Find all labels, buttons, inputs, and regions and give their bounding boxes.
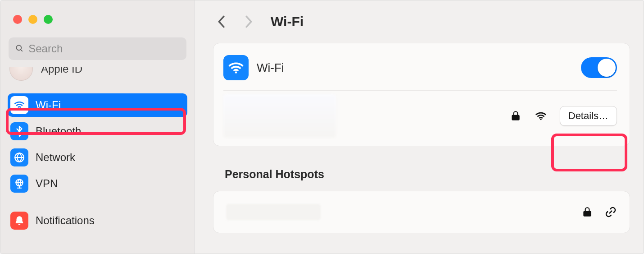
wifi-toggle[interactable] [581,57,617,78]
hotspot-link-icon [604,206,617,218]
hotspot-panel [213,191,630,233]
avatar [9,67,33,81]
sidebar-item-label: Network [36,151,75,164]
sidebar: Apple ID Wi-Fi Bluetooth Network [0,0,195,254]
personal-hotspots-heading: Personal Hotspots [225,168,630,181]
svg-point-6 [540,119,541,120]
settings-window: Apple ID Wi-Fi Bluetooth Network [0,0,644,254]
details-button[interactable]: Details… [560,106,617,126]
lock-icon [509,110,522,122]
search-input[interactable] [28,42,180,55]
highlight-details-button [551,134,627,171]
sidebar-item-label: Notifications [36,214,95,227]
svg-point-0 [16,45,21,50]
bell-icon [10,212,28,230]
page-title: Wi-Fi [271,14,304,29]
globe-icon [10,148,28,166]
bluetooth-icon [10,122,28,140]
window-controls [7,9,188,24]
sidebar-item-vpn[interactable]: VPN [8,172,187,195]
main-content: Wi-Fi Wi-Fi Det [195,0,644,254]
sidebar-item-bluetooth[interactable]: Bluetooth [8,120,187,143]
sidebar-nav: Wi-Fi Bluetooth Network VPN [7,93,188,232]
nav-back-button[interactable] [215,15,227,28]
sidebar-item-label: Bluetooth [36,125,81,138]
wifi-icon [223,55,249,80]
sidebar-item-label: VPN [36,177,58,190]
sidebar-item-label: Wi-Fi [36,99,61,111]
svg-point-2 [19,108,20,109]
minimize-window-button[interactable] [28,15,37,24]
zoom-window-button[interactable] [44,15,53,24]
divider [223,90,617,91]
vpn-globe-icon [10,175,28,193]
wifi-icon [10,96,28,114]
apple-id-row[interactable]: Apple ID [9,67,186,81]
wifi-panel: Wi-Fi Details… [213,43,630,146]
wifi-signal-icon [535,110,547,122]
titlebar: Wi-Fi [213,14,630,29]
search-icon [15,44,24,54]
sidebar-item-notifications[interactable]: Notifications [8,209,187,232]
current-network-row[interactable]: Details… [223,98,617,134]
sidebar-item-network[interactable]: Network [8,146,187,169]
svg-line-1 [21,50,23,51]
nav-forward-button[interactable] [243,15,255,28]
sidebar-item-wifi[interactable]: Wi-Fi [8,93,187,117]
apple-id-label: Apple ID [41,67,82,75]
hotspot-name-redacted [226,204,321,220]
network-name-redacted [223,94,336,138]
search-field[interactable] [9,37,186,60]
close-window-button[interactable] [13,15,22,24]
svg-point-5 [235,71,237,74]
wifi-row-label: Wi-Fi [257,61,573,75]
lock-icon [581,206,594,218]
